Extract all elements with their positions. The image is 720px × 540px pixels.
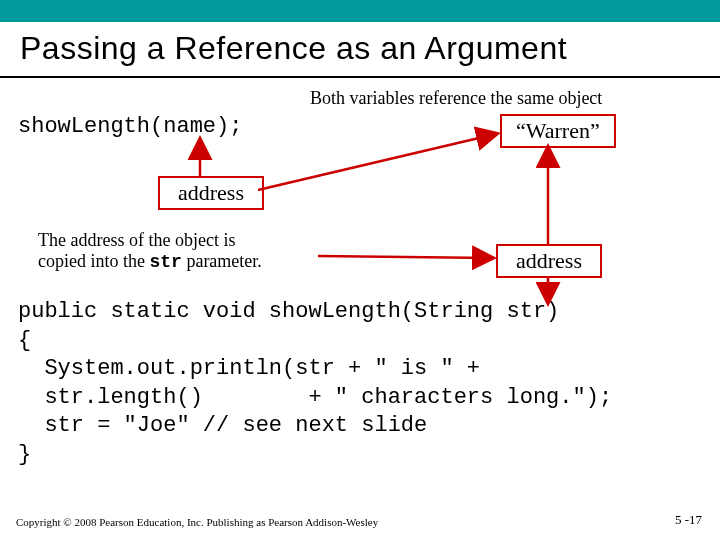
slide-body: Passing a Reference as an Argument Both …	[0, 22, 720, 540]
code-close: }	[18, 442, 31, 467]
code-open: {	[18, 328, 31, 353]
svg-line-1	[258, 134, 496, 190]
call-expression: showLength(name);	[18, 114, 242, 139]
addr-explain-line1: The address of the object is	[38, 230, 235, 250]
name-address-box: address	[158, 176, 264, 210]
addr-explain-str: str	[149, 252, 181, 272]
code-l2: str.length() + " characters long.");	[18, 385, 612, 410]
code-sig: public static void showLength(String str…	[18, 299, 559, 324]
object-value-box: “Warren”	[500, 114, 616, 148]
both-variables-note: Both variables reference the same object	[310, 88, 602, 109]
accent-bar	[0, 0, 720, 22]
title-underline	[0, 76, 720, 78]
str-address-box: address	[496, 244, 602, 278]
code-l3: str = "Joe" // see next slide	[18, 413, 427, 438]
copyright-line: Copyright © 2008 Pearson Education, Inc.…	[16, 516, 378, 528]
code-l1: System.out.println(str + " is " +	[18, 356, 480, 381]
slide-title: Passing a Reference as an Argument	[20, 30, 567, 67]
addr-explain-line2b: parameter.	[182, 251, 262, 271]
method-code: public static void showLength(String str…	[18, 298, 612, 470]
svg-line-4	[318, 256, 492, 258]
addr-explain-line2a: copied into the	[38, 251, 149, 271]
address-copy-explain: The address of the object is copied into…	[38, 230, 318, 272]
slide-number: 5 -17	[675, 512, 702, 528]
